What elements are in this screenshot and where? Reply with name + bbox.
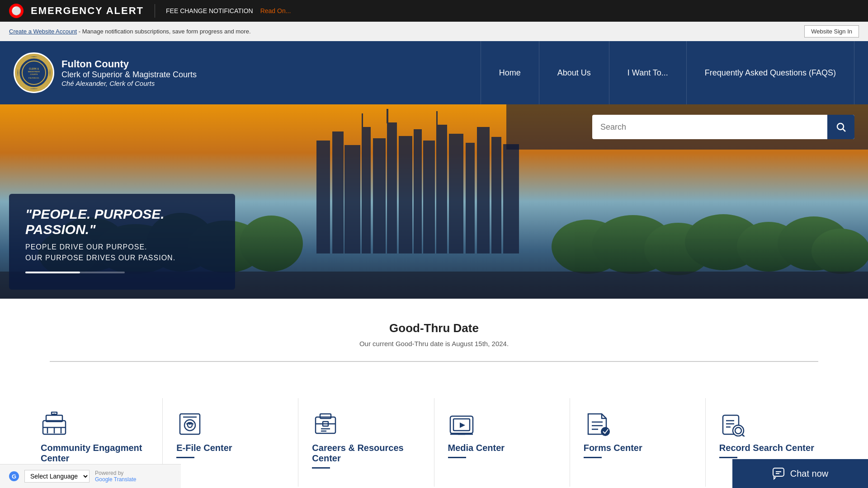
svg-rect-17 — [449, 134, 463, 253]
svg-rect-19 — [477, 127, 490, 253]
google-translate-link[interactable]: Google Translate — [95, 476, 136, 483]
chat-button-label: Chat now — [790, 469, 829, 479]
svg-point-0 — [19, 57, 49, 88]
logo-inner-seal: CLERK & MAGISTRATE COURTS FULTON CO. — [15, 54, 53, 92]
svg-rect-21 — [503, 144, 519, 253]
svg-point-50 — [184, 420, 195, 431]
nav-faq[interactable]: Frequently Asked Questions (FAQS) — [687, 41, 854, 104]
nav-home[interactable]: Home — [481, 41, 539, 104]
card-careers-title: Careers & Resources Center — [312, 443, 420, 464]
hero-quote: "PEOPLE. PURPOSE. PASSION." — [25, 206, 219, 237]
svg-rect-16 — [436, 125, 447, 253]
chat-button[interactable]: Chat now — [732, 459, 868, 488]
media-icon — [448, 412, 475, 436]
hero-sub-text: PEOPLE DRIVE OUR PURPOSE. OUR PURPOSE DR… — [25, 242, 219, 263]
site-header: CLERK & MAGISTRATE COURTS FULTON CO. Ful… — [0, 41, 868, 104]
svg-rect-44 — [52, 412, 57, 414]
org-clerk: Ché Alexander, Clerk of Courts — [61, 80, 197, 87]
svg-rect-22 — [387, 109, 388, 123]
signin-info-text: Create a Website Account - Manage notifi… — [9, 28, 251, 35]
website-signin-button[interactable]: Website Sign In — [804, 25, 859, 38]
forms-icon — [584, 412, 611, 436]
card-community-title: Community Engagment Center — [41, 443, 149, 464]
hero-line1: PEOPLE DRIVE OUR PURPOSE. — [25, 243, 147, 251]
svg-text:COURTS: COURTS — [30, 73, 38, 75]
svg-rect-7 — [316, 141, 330, 253]
good-thru-description: Our current Good-Thru date is August 15t… — [9, 340, 859, 347]
footer-language-bar: G Select Language Spanish French Chinese… — [0, 464, 181, 488]
records-icon — [719, 412, 746, 436]
svg-point-66 — [601, 427, 610, 436]
svg-rect-18 — [466, 143, 475, 253]
svg-rect-20 — [491, 137, 501, 253]
svg-rect-10 — [362, 127, 371, 253]
logo-area: CLERK & MAGISTRATE COURTS FULTON CO. Ful… — [14, 52, 197, 93]
emergency-notification-label: FEE CHANGE NOTIFICATION — [166, 7, 253, 14]
emergency-title: EMERGENCY ALERT — [31, 5, 144, 17]
svg-line-70 — [742, 435, 745, 436]
card-forms[interactable]: Forms Center — [570, 398, 706, 487]
svg-rect-54 — [320, 414, 331, 418]
search-box — [592, 115, 854, 139]
org-logo: CLERK & MAGISTRATE COURTS FULTON CO. — [14, 52, 54, 93]
card-media-underline — [448, 457, 466, 458]
svg-rect-14 — [414, 129, 422, 253]
svg-rect-13 — [399, 136, 412, 253]
card-records-title: Record Search Center — [719, 443, 827, 453]
org-name: Fulton County Clerk of Superior & Magist… — [61, 58, 197, 87]
svg-text:CLERK &: CLERK & — [29, 67, 39, 70]
hero-section: "PEOPLE. PURPOSE. PASSION." PEOPLE DRIVE… — [0, 104, 868, 299]
efile-icon — [176, 412, 203, 436]
search-input[interactable] — [592, 122, 827, 132]
card-records-underline — [719, 457, 737, 458]
emergency-icon: ⚪ — [9, 4, 24, 18]
community-icon — [41, 412, 68, 436]
svg-point-37 — [811, 229, 868, 274]
card-forms-title: Forms Center — [584, 443, 692, 453]
careers-icon — [312, 412, 339, 436]
card-media-title: Media Center — [448, 443, 556, 453]
google-g-icon: G — [9, 471, 19, 481]
good-thru-title: Good-Thru Date — [9, 321, 859, 335]
svg-rect-8 — [332, 131, 344, 253]
card-forms-underline — [584, 457, 602, 458]
svg-rect-12 — [387, 122, 397, 253]
language-select[interactable]: Select Language Spanish French Chinese K… — [24, 470, 90, 483]
search-button[interactable] — [827, 115, 854, 139]
emergency-divider — [155, 4, 155, 18]
emergency-read-on-link[interactable]: Read On... — [260, 7, 291, 14]
chat-icon — [772, 467, 785, 480]
hero-progress-bar-container — [25, 272, 125, 273]
svg-rect-23 — [362, 113, 363, 128]
org-county: Fulton County — [61, 58, 197, 70]
nav-about[interactable]: About Us — [539, 41, 609, 104]
svg-point-29 — [240, 216, 303, 272]
nav-i-want-to[interactable]: I Want To... — [609, 41, 687, 104]
card-efile-title: E-File Center — [176, 443, 284, 453]
svg-point-68 — [733, 425, 744, 436]
search-area — [506, 104, 868, 150]
hero-progress-bar — [25, 272, 80, 273]
create-account-link[interactable]: Create a Website Account — [9, 28, 77, 35]
hero-line2: OUR PURPOSE DRIVES OUR PASSION. — [25, 254, 175, 262]
org-dept: Clerk of Superior & Magistrate Courts — [61, 70, 197, 80]
svg-rect-24 — [436, 111, 438, 126]
card-efile-underline — [176, 457, 194, 458]
svg-point-39 — [837, 123, 844, 130]
svg-text:MAGISTRATE: MAGISTRATE — [28, 70, 40, 73]
signin-info-suffix: - Manage notification subscriptions, sav… — [79, 28, 251, 35]
main-nav: Home About Us I Want To... Frequently As… — [481, 41, 854, 104]
hero-text-box: "PEOPLE. PURPOSE. PASSION." PEOPLE DRIVE… — [9, 194, 235, 290]
svg-rect-9 — [344, 145, 360, 253]
card-careers-underline — [312, 467, 330, 469]
svg-rect-15 — [423, 141, 435, 253]
good-thru-section: Good-Thru Date Our current Good-Thru dat… — [0, 299, 868, 389]
card-careers[interactable]: Careers & Resources Center — [298, 398, 434, 487]
card-media[interactable]: Media Center — [434, 398, 570, 487]
svg-text:FULTON CO.: FULTON CO. — [28, 77, 39, 79]
card-efile[interactable]: E-File Center — [163, 398, 298, 487]
google-translate-label: Powered by — [95, 470, 136, 476]
svg-line-40 — [843, 129, 846, 132]
svg-rect-11 — [373, 138, 386, 253]
emergency-bar: ⚪ EMERGENCY ALERT FEE CHANGE NOTIFICATIO… — [0, 0, 868, 22]
